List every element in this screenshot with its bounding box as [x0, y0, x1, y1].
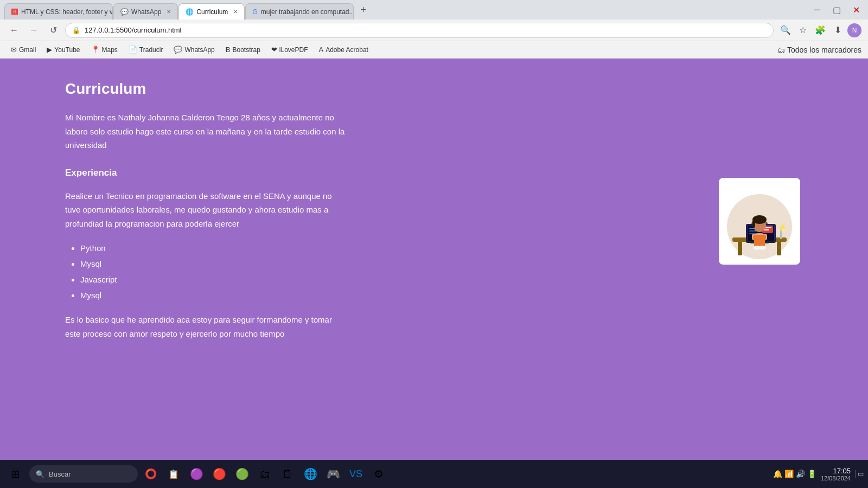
page-title: Curriculum: [65, 80, 694, 98]
volume-icon[interactable]: 🔊: [796, 470, 805, 478]
forward-button[interactable]: →: [26, 23, 41, 38]
taskbar-game-icon[interactable]: 🎮: [323, 464, 343, 484]
maximize-button[interactable]: ▢: [829, 2, 844, 17]
svg-point-25: [758, 246, 766, 250]
address-bar-row: ← → ↺ 🔒 127.0.0.1:5500/curriculum.html 🔍…: [0, 20, 868, 41]
taskbar-files-icon[interactable]: 🗒: [278, 464, 297, 484]
back-button[interactable]: ←: [7, 23, 22, 38]
browser-tab-tab3[interactable]: 🌐Curriculum✕: [178, 3, 245, 20]
skill-item: Javascript: [80, 275, 694, 284]
experience-heading: Experiencia: [65, 168, 694, 178]
bookmark-favicon: 💬: [174, 46, 182, 54]
bookmark-label: Traducir: [139, 46, 163, 54]
close-button[interactable]: ✕: [848, 2, 864, 17]
bookmarks-bar: ✉Gmail▶YouTube📍Maps📄Traducir💬WhatsAppBBo…: [0, 41, 868, 59]
taskbar-vscode-icon[interactable]: VS: [346, 464, 366, 484]
bookmark-traducir[interactable]: 📄Traducir: [124, 44, 168, 55]
avatar[interactable]: N: [847, 23, 861, 37]
bookmark-label: Bootstrap: [232, 46, 260, 54]
bookmark-youtube[interactable]: ▶YouTube: [42, 44, 84, 55]
taskbar-time: 17:05 12/08/2024: [821, 467, 851, 481]
taskbar-folder-icon[interactable]: 🗂: [255, 464, 275, 484]
tab-favicon: G: [252, 8, 257, 16]
skill-item: Mysql: [80, 259, 694, 268]
bookmark-gmail[interactable]: ✉Gmail: [7, 44, 40, 55]
bookmark-star-icon[interactable]: ☆: [795, 23, 810, 38]
title-bar: 🅰HTML y CSS: header, footer y v...✕💬What…: [0, 0, 868, 20]
bookmark-favicon: ❤: [271, 46, 277, 54]
new-tab-button[interactable]: +: [356, 4, 371, 16]
show-desktop-button[interactable]: ▭: [855, 470, 864, 478]
taskbar-search[interactable]: 🔍 Buscar: [29, 465, 138, 483]
bookmarks-folder-icon: 🗂: [777, 46, 785, 54]
taskbar-task-view-icon[interactable]: 📋: [164, 464, 183, 484]
page-left: Curriculum Mi Nombre es Nathaly Johanna …: [65, 80, 694, 466]
svg-rect-2: [738, 242, 742, 255]
tab-label: WhatsApp: [131, 8, 161, 16]
search-icon[interactable]: 🔍: [778, 23, 793, 38]
page-content: Curriculum Mi Nombre es Nathaly Johanna …: [0, 59, 868, 488]
clock-date: 12/08/2024: [821, 475, 851, 481]
bookmark-label: WhatsApp: [184, 46, 214, 54]
minimize-button[interactable]: ─: [809, 2, 825, 17]
browser-tab-tab1[interactable]: 🅰HTML y CSS: header, footer y v...✕: [4, 3, 113, 20]
network-icon[interactable]: 📶: [784, 470, 794, 478]
battery-icon[interactable]: 🔋: [807, 470, 816, 478]
tab-favicon: 🅰: [11, 8, 18, 16]
downloads-icon[interactable]: ⬇: [830, 23, 845, 38]
skill-item: Python: [80, 243, 694, 253]
bookmark-favicon: ▶: [47, 46, 52, 54]
browser-tab-tab4[interactable]: Gmujer trabajando en computad...✕: [245, 3, 354, 20]
taskbar: ⊞ 🔍 Buscar ⭕ 📋 🟣 🔴 🟢 🗂 🗒 🌐 🎮 VS ⚙ 🔔 📶 🔊 …: [0, 460, 868, 488]
bookmark-label: YouTube: [54, 46, 80, 54]
skills-list: PythonMysqlJavascriptMysql: [65, 243, 694, 300]
taskbar-cortana-icon[interactable]: ⭕: [141, 464, 161, 484]
svg-rect-3: [777, 242, 781, 255]
toolbar-right: 🔍 ☆ 🧩 ⬇ N: [778, 23, 861, 38]
taskbar-green-icon[interactable]: 🟢: [232, 464, 252, 484]
bookmark-adobe-acrobat[interactable]: AAdobe Acrobat: [315, 44, 373, 55]
skill-item: Mysql: [80, 291, 694, 300]
bookmark-label: Adobe Acrobat: [326, 46, 368, 54]
svg-rect-14: [764, 229, 769, 230]
page-right: [716, 80, 803, 466]
bookmark-label: Maps: [102, 46, 118, 54]
tab-label: Curriculum: [196, 8, 228, 16]
notification-icon[interactable]: 🔔: [773, 470, 782, 478]
reload-button[interactable]: ↺: [46, 23, 61, 38]
extension-icon[interactable]: 🧩: [813, 23, 828, 38]
browser-window: 🅰HTML y CSS: header, footer y v...✕💬What…: [0, 0, 868, 488]
taskbar-red-icon[interactable]: 🔴: [209, 464, 229, 484]
taskbar-discord-icon[interactable]: 🟣: [187, 464, 206, 484]
bookmark-favicon: 📍: [91, 46, 100, 54]
tab-close-button[interactable]: ✕: [167, 9, 171, 15]
browser-tab-tab2[interactable]: 💬WhatsApp✕: [113, 3, 178, 20]
clock-time: 17:05: [821, 467, 851, 475]
search-placeholder-text: Buscar: [49, 470, 71, 478]
bookmark-favicon: A: [319, 46, 324, 54]
tab-favicon: 💬: [120, 8, 128, 16]
experience-text: Realice un Tecnico en programacion de so…: [65, 189, 347, 231]
page-intro: Mi Nombre es Nathaly Johanna Calderon Te…: [65, 111, 347, 152]
taskbar-right: 🔔 📶 🔊 🔋 17:05 12/08/2024 ▭: [773, 467, 864, 481]
all-bookmarks-button[interactable]: 🗂Todos los marcadores: [777, 46, 861, 54]
url-text: 127.0.0.1:5500/curriculum.html: [85, 26, 181, 34]
taskbar-settings-icon[interactable]: ⚙: [369, 464, 388, 484]
tab-close-button[interactable]: ✕: [233, 9, 238, 15]
bookmark-bootstrap[interactable]: BBootstrap: [221, 44, 265, 55]
bookmark-whatsapp[interactable]: 💬WhatsApp: [169, 44, 219, 55]
address-bar[interactable]: 🔒 127.0.0.1:5500/curriculum.html: [65, 23, 774, 38]
taskbar-chrome-icon[interactable]: 🌐: [301, 464, 320, 484]
bookmark-favicon: B: [226, 46, 231, 54]
illustration-image: [719, 178, 800, 265]
bookmark-label: iLovePDF: [279, 46, 308, 54]
tab-favicon: 🌐: [186, 8, 193, 16]
bookmark-maps[interactable]: 📍Maps: [87, 44, 122, 55]
bookmark-label: Gmail: [19, 46, 36, 54]
bookmark-ilovepdf[interactable]: ❤iLovePDF: [267, 44, 312, 55]
bookmark-favicon: 📄: [129, 46, 137, 54]
tab-label: HTML y CSS: header, footer y v...: [21, 8, 113, 16]
tab-label: mujer trabajando en computad...: [261, 8, 354, 16]
start-button[interactable]: ⊞: [4, 463, 26, 485]
tab-strip: 🅰HTML y CSS: header, footer y v...✕💬What…: [4, 0, 354, 20]
